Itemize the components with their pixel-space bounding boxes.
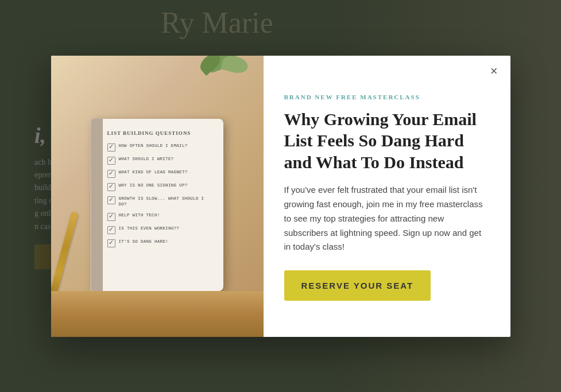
notebook-item: WHY IS NO ONE SIGNING UP?: [107, 183, 215, 191]
checkbox-1: [107, 143, 115, 152]
modal-title: Why Growing Your Email List Feels So Dan…: [284, 108, 490, 173]
modal-body: If you've ever felt frustrated that your…: [284, 183, 490, 254]
notebook-item-text-8: IT'S SO DANG HARD!: [119, 239, 168, 245]
notebook-content: LIST BUILDING QUESTIONS HOW OFTEN SHOULD…: [91, 119, 223, 260]
close-button[interactable]: ×: [486, 63, 502, 80]
notebook-item: GROWTH IS SLOW... WHAT SHOULD I DO?: [107, 196, 215, 208]
notebook-item-text-2: WHAT SHOULD I WRITE?: [119, 156, 174, 162]
notebook-item-text-5: GROWTH IS SLOW... WHAT SHOULD I DO?: [119, 196, 215, 208]
notebook-item: HOW OFTEN SHOULD I EMAIL?: [107, 143, 215, 152]
plant-leaf-2: [220, 56, 250, 76]
wood-surface: [51, 291, 264, 337]
modal-container: × LIST BUILDING QUESTIONS: [51, 56, 510, 337]
checkbox-4: [107, 183, 115, 191]
notebook-image: LIST BUILDING QUESTIONS HOW OFTEN SHOULD…: [51, 56, 264, 337]
notebook-item-text-4: WHY IS NO ONE SIGNING UP?: [119, 183, 188, 189]
checkbox-7: [107, 226, 115, 234]
modal-right-panel: BRAND NEW FREE MASTERCLASS Why Growing Y…: [264, 56, 510, 337]
reserve-seat-button[interactable]: RESERVE YOUR SEAT: [284, 270, 431, 301]
modal-left-panel: LIST BUILDING QUESTIONS HOW OFTEN SHOULD…: [51, 56, 264, 337]
checkbox-3: [107, 170, 115, 178]
notebook-item: WHAT SHOULD I WRITE?: [107, 156, 215, 165]
notebook-item-text-7: IS THIS EVEN WORKING??: [119, 226, 180, 232]
modal-subtitle: BRAND NEW FREE MASTERCLASS: [284, 94, 490, 100]
notebook-item: IT'S SO DANG HARD!: [107, 239, 215, 247]
notebook: LIST BUILDING QUESTIONS HOW OFTEN SHOULD…: [91, 119, 223, 291]
checkbox-2: [107, 157, 115, 165]
notebook-title: LIST BUILDING QUESTIONS: [107, 130, 215, 136]
checkbox-5: [107, 196, 115, 204]
notebook-item: HELP WITH TECH!: [107, 212, 215, 221]
notebook-item-text-3: WHAT KIND OF LEAD MAGNET?: [119, 169, 188, 176]
notebook-item: IS THIS EVEN WORKING??: [107, 226, 215, 234]
pen-decoration: [51, 211, 79, 302]
checkbox-8: [107, 239, 115, 247]
notebook-item: WHAT KIND OF LEAD MAGNET?: [107, 169, 215, 178]
plant-decoration: [200, 56, 246, 84]
notebook-item-text-1: HOW OFTEN SHOULD I EMAIL?: [119, 143, 188, 149]
checkbox-6: [107, 213, 115, 221]
notebook-item-text-6: HELP WITH TECH!: [119, 212, 160, 219]
notebook-spine: [91, 119, 103, 291]
modal-overlay: × LIST BUILDING QUESTIONS: [0, 0, 561, 392]
